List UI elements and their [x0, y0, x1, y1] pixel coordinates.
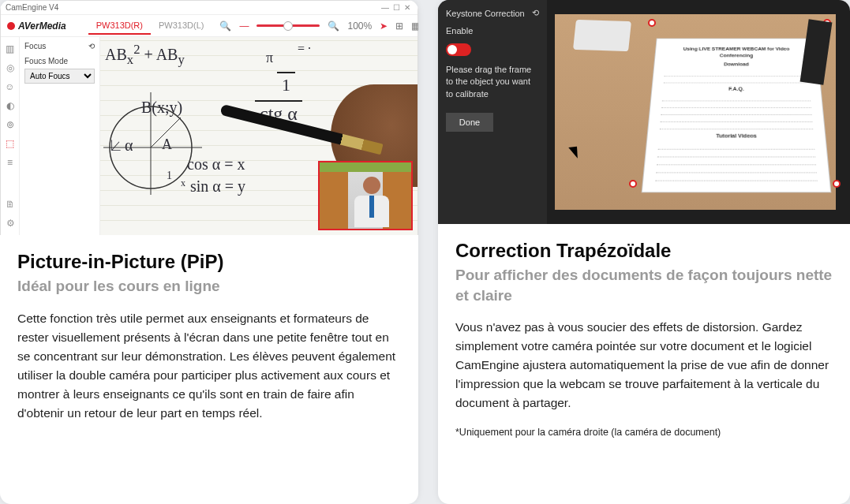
brand-logo: AVerMedia	[7, 21, 66, 32]
face-icon[interactable]: ☺	[5, 81, 16, 92]
zoom-out-icon[interactable]: 🔍	[219, 21, 231, 32]
window-title: CamEngine V4	[6, 3, 58, 12]
grid-icon[interactable]: ▦	[411, 21, 418, 32]
gear-icon[interactable]: ⚙	[6, 218, 15, 229]
panel-title: Keystone Correction	[446, 9, 525, 18]
doc-icon[interactable]: 🗎	[6, 199, 15, 210]
keystone-side-panel: Keystone Correction ⟲ Enable Please drag…	[438, 0, 547, 224]
zoom-in-icon[interactable]: 🔍	[328, 21, 339, 32]
enable-toggle[interactable]	[446, 43, 471, 56]
zoom-value: 100%	[347, 21, 372, 32]
keystone-heading: Correction Trapézoïdale	[455, 240, 833, 262]
camera-preview: ABx2 + ABy π = · 1 ctg α B(x;y) ⟀ α A co…	[100, 37, 418, 235]
pip-text-content: Picture-in-Picture (PiP) Idéal pour les …	[0, 235, 418, 439]
title-bar: CamEngine V4 — ☐ ✕	[1, 1, 418, 15]
keystone-text-content: Correction Trapézoïdale Pour afficher de…	[438, 224, 850, 454]
keystone-icon[interactable]: ⬚	[5, 138, 16, 149]
pip-feature-card: CamEngine V4 — ☐ ✕ AVerMedia PW313D(R) P…	[0, 0, 418, 504]
brand-name: AVerMedia	[18, 21, 66, 32]
document-graphic: Using LIVE STREAMER WEBCAM for Video Con…	[642, 39, 832, 193]
reset2-icon[interactable]: ⟲	[532, 8, 539, 18]
lock-icon[interactable]: ⊞	[395, 21, 403, 32]
keystone-handle-br[interactable]	[833, 180, 841, 188]
settings2-icon[interactable]: ⊚	[5, 119, 16, 130]
layout-icon[interactable]: ▥	[5, 43, 16, 54]
camengine-window: CamEngine V4 — ☐ ✕ AVerMedia PW313D(R) P…	[0, 0, 418, 235]
maximize-icon[interactable]: ☐	[391, 3, 402, 12]
keystone-handle-tl[interactable]	[648, 19, 656, 27]
keystone-handle-tr[interactable]	[823, 19, 831, 27]
tab-right-cam[interactable]: PW313D(R)	[88, 17, 151, 35]
unit-circle-icon	[103, 84, 206, 195]
focus-panel: Focus ⟲ Foucs Mode Auto Foucs	[20, 37, 100, 235]
cursor-icon	[568, 143, 582, 159]
focus-icon[interactable]: ◎	[5, 62, 16, 73]
pip-subheading: Idéal pour les cours en ligne	[17, 276, 401, 297]
sliders-icon[interactable]: ≡	[5, 157, 16, 168]
tab-left-cam[interactable]: PW313D(L)	[151, 17, 212, 35]
focus-mode-select[interactable]: Auto Foucs	[24, 69, 95, 84]
device-tabs: PW313D(R) PW313D(L)	[88, 17, 212, 35]
pip-heading: Picture-in-Picture (PiP)	[17, 251, 401, 273]
focus-label: Focus	[24, 42, 46, 50]
toolbar: AVerMedia PW313D(R) PW313D(L) 🔍 — 🔍 100%…	[1, 15, 418, 37]
pip-overlay[interactable]	[318, 161, 413, 230]
keystone-preview: Using LIVE STREAMER WEBCAM for Video Con…	[555, 14, 836, 210]
svg-line-3	[151, 118, 181, 147]
adjust-icon[interactable]: ◐	[5, 100, 16, 111]
keystone-handle-bl[interactable]	[629, 180, 637, 188]
enable-label: Enable	[446, 26, 539, 35]
presenter-graphic	[354, 177, 389, 227]
brand-dot-icon	[7, 22, 15, 30]
keystone-subheading: Pour afficher des documents de façon tou…	[455, 265, 833, 305]
close-icon[interactable]: ✕	[402, 3, 413, 12]
calibrate-instruction: Please drag the frame to the object you …	[446, 64, 539, 100]
keystone-footnote: *Uniquement pour la caméra droite (la ca…	[455, 427, 833, 438]
zoom-slider[interactable]	[256, 24, 320, 27]
focus-mode-label: Foucs Mode	[24, 57, 95, 65]
keystone-window: Keystone Correction ⟲ Enable Please drag…	[438, 0, 850, 224]
keystone-feature-card: Keystone Correction ⟲ Enable Please drag…	[438, 0, 850, 504]
pip-body: Cette fonction très utile permet aux ens…	[17, 309, 401, 423]
reset-icon[interactable]: ⟲	[88, 42, 95, 50]
keystone-body: Vous n'avez pas à vous soucier des effet…	[455, 318, 833, 413]
bottom-rail: 🗎 ⚙	[1, 192, 20, 235]
minimize-icon[interactable]: —	[380, 3, 391, 12]
done-button[interactable]: Done	[446, 113, 493, 132]
pointer-icon[interactable]: ➤	[380, 21, 388, 32]
